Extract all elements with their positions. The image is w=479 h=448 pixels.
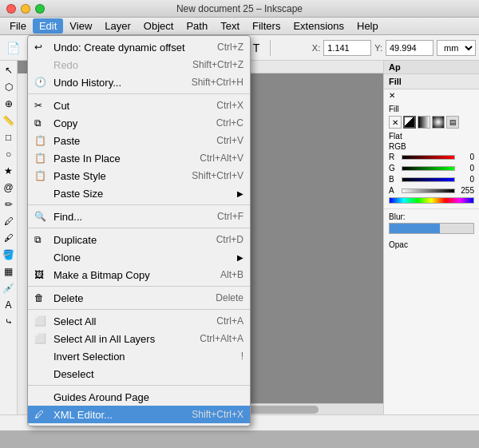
select-all-layers-item[interactable]: ⬜ Select All in All Layers Ctrl+Alt+A <box>28 330 250 347</box>
radial-grad-btn[interactable] <box>432 116 445 129</box>
menu-object[interactable]: Object <box>137 18 180 34</box>
duplicate-item[interactable]: ⧉ Duplicate Ctrl+D <box>28 231 250 248</box>
color-spectrum[interactable] <box>389 197 474 204</box>
menu-text[interactable]: Text <box>214 18 246 34</box>
menu-layer[interactable]: Layer <box>98 18 137 34</box>
menu-view[interactable]: View <box>63 18 98 34</box>
calligraphy-tool[interactable]: 🖋 <box>1 230 17 246</box>
sep4 <box>28 286 250 287</box>
rect-tool[interactable]: □ <box>1 129 17 145</box>
xml-editor-label: XML Editor... <box>53 409 185 421</box>
clone-item[interactable]: Clone ▶ <box>28 248 250 266</box>
sep3 <box>28 228 250 228</box>
text-tool[interactable]: A <box>1 297 17 313</box>
star-tool[interactable]: ★ <box>1 163 17 179</box>
pen-tool[interactable]: 🖊 <box>1 213 17 229</box>
pattern-btn[interactable]: ▤ <box>446 116 459 129</box>
unit-select[interactable]: mm px in <box>437 40 476 56</box>
minimize-button[interactable] <box>21 4 30 14</box>
clone-label: Clone <box>53 252 234 264</box>
undo-item[interactable]: ↩ Undo: Create dynamic offset Ctrl+Z <box>28 38 250 56</box>
menu-file[interactable]: File <box>3 18 33 34</box>
flat-fill-btn[interactable] <box>403 116 416 129</box>
blur-slider[interactable] <box>389 223 474 234</box>
delete-icon: 🗑 <box>34 292 50 303</box>
menu-filters[interactable]: Filters <box>246 18 287 34</box>
paste-size-item[interactable]: Paste Size ▶ <box>28 184 250 202</box>
no-fill-btn[interactable]: ✕ <box>389 116 402 129</box>
maximize-button[interactable] <box>35 4 45 14</box>
circle-tool[interactable]: ○ <box>1 146 17 162</box>
cut-icon: ✂ <box>34 100 50 111</box>
y-label: Y: <box>374 43 382 53</box>
eyedropper-tool[interactable]: 💉 <box>1 280 17 296</box>
guides-around-item[interactable]: Guides Around Page <box>28 388 250 406</box>
g-slider[interactable] <box>402 166 455 171</box>
paste-style-shortcut: Shift+Ctrl+V <box>192 170 243 181</box>
xml-editor-shortcut: Shift+Ctrl+X <box>192 409 243 420</box>
y-input[interactable] <box>386 40 433 56</box>
delete-shortcut: Delete <box>216 292 243 303</box>
deselect-label: Deselect <box>53 368 237 380</box>
undo-history-shortcut: Shift+Ctrl+H <box>192 77 243 88</box>
new-icon[interactable]: 📄 <box>3 38 22 57</box>
invert-selection-item[interactable]: Invert Selection ! <box>28 347 250 365</box>
paste-style-item[interactable]: 📋 Paste Style Shift+Ctrl+V <box>28 167 250 184</box>
pencil-tool[interactable]: ✏ <box>1 196 17 212</box>
menu-help[interactable]: Help <box>350 18 385 34</box>
r-slider[interactable] <box>402 155 455 160</box>
redo-shortcut: Shift+Ctrl+Z <box>192 59 243 70</box>
duplicate-icon: ⧉ <box>34 234 50 245</box>
undo-history-icon: 🕐 <box>34 77 50 88</box>
paste-label: Paste <box>53 135 210 147</box>
paste-size-arrow: ▶ <box>237 189 243 198</box>
g-value: 0 <box>458 164 474 172</box>
find-icon: 🔍 <box>34 211 50 222</box>
deselect-item[interactable]: Deselect <box>28 365 250 383</box>
close-panel-btn[interactable]: ✕ <box>384 89 479 101</box>
menu-path[interactable]: Path <box>180 18 214 34</box>
make-bitmap-item[interactable]: 🖼 Make a Bitmap Copy Alt+B <box>28 266 250 283</box>
rgb-label: RGB <box>389 142 474 151</box>
zoom-tool[interactable]: ⊕ <box>1 96 17 112</box>
cut-item[interactable]: ✂ Cut Ctrl+X <box>28 97 250 114</box>
menu-edit[interactable]: Edit <box>33 18 63 34</box>
invert-selection-shortcut: ! <box>241 351 243 362</box>
measure-tool[interactable]: 📏 <box>1 113 17 129</box>
fill-stroke-panel: Ap Fill ✕ Fill ✕ ▤ Flat RGB R 0 G <box>383 61 479 414</box>
find-item[interactable]: 🔍 Find... Ctrl+F <box>28 208 250 225</box>
x-input[interactable] <box>323 40 371 56</box>
menu-extensions[interactable]: Extensions <box>287 18 350 34</box>
connector-tool[interactable]: ⤷ <box>1 314 17 330</box>
window-controls[interactable] <box>6 4 45 14</box>
left-toolbar: ↖ ⬡ ⊕ 📏 □ ○ ★ @ ✏ 🖊 🖋 🪣 ▦ 💉 A ⤷ <box>0 61 18 414</box>
paste-in-place-item[interactable]: 📋 Paste In Place Ctrl+Alt+V <box>28 149 250 167</box>
select-tool[interactable]: ↖ <box>1 62 17 78</box>
a-slider[interactable] <box>402 188 455 193</box>
delete-item[interactable]: 🗑 Delete Delete <box>28 289 250 307</box>
menubar: File Edit View Layer Object Path Text Fi… <box>0 18 479 35</box>
close-button[interactable] <box>6 4 16 14</box>
paste-in-place-label: Paste In Place <box>53 153 193 165</box>
gradient-tool[interactable]: ▦ <box>1 264 17 280</box>
undo-history-label: Undo History... <box>53 77 185 89</box>
undo-shortcut: Ctrl+Z <box>217 42 243 53</box>
xml-editor-item[interactable]: 🖊 XML Editor... Shift+Ctrl+X <box>28 406 250 423</box>
copy-item[interactable]: ⧉ Copy Ctrl+C <box>28 114 250 132</box>
copy-label: Copy <box>53 117 210 129</box>
spiral-tool[interactable]: @ <box>1 180 17 196</box>
bucket-tool[interactable]: 🪣 <box>1 247 17 263</box>
b-slider[interactable] <box>402 177 455 182</box>
node-tool[interactable]: ⬡ <box>1 79 17 95</box>
redo-label: Redo <box>53 59 186 71</box>
linear-grad-btn[interactable] <box>418 116 430 129</box>
paste-item[interactable]: 📋 Paste Ctrl+V <box>28 132 250 149</box>
undo-history-item[interactable]: 🕐 Undo History... Shift+Ctrl+H <box>28 73 250 91</box>
undo-icon: ↩ <box>34 42 50 53</box>
select-all-shortcut: Ctrl+A <box>216 315 243 327</box>
b-value: 0 <box>458 175 474 184</box>
select-all-item[interactable]: ⬜ Select All Ctrl+A <box>28 312 250 330</box>
a-label: A <box>389 186 398 195</box>
r-row: R 0 <box>389 153 474 161</box>
x-label: X: <box>312 43 320 53</box>
